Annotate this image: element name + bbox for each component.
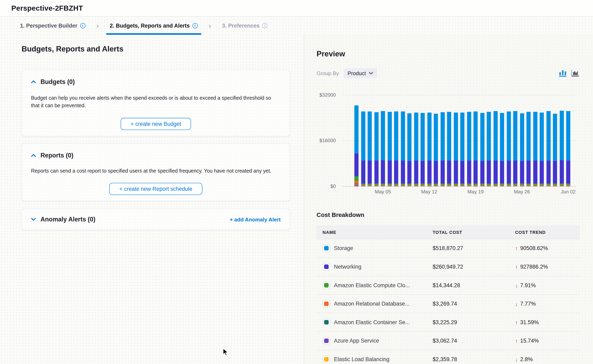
chart-bar[interactable]: [401, 111, 405, 186]
app-root: Perspective-2FBZHT 1. Perspective Builde…: [0, 0, 593, 364]
chart-bar[interactable]: [493, 111, 498, 186]
reports-card-header[interactable]: Reports (0): [31, 152, 281, 159]
chart-bar[interactable]: [440, 112, 445, 186]
tab-preferences[interactable]: 3. Preferences i: [219, 17, 271, 35]
preview-title: Preview: [317, 49, 580, 58]
chart-bar[interactable]: [368, 111, 372, 186]
chart-bar[interactable]: [560, 111, 564, 186]
bar-segment: [546, 160, 550, 183]
bar-segment: [566, 111, 570, 160]
chart-bar[interactable]: [421, 113, 425, 186]
create-report-schedule-button[interactable]: + create new Report schedule: [109, 183, 202, 195]
add-anomaly-alert-link[interactable]: + add Anomaly Alert: [230, 216, 280, 222]
bar-chart-icon[interactable]: [559, 70, 567, 77]
trend-percent: 927886.2%: [520, 264, 548, 270]
table-row: Amazon Relational Database...$3,269.74↓7…: [317, 295, 580, 313]
row-total-cost: $518,870.27: [426, 245, 509, 251]
bar-segment: [460, 161, 464, 183]
budgets-card-header[interactable]: Budgets (0): [31, 78, 281, 85]
chart-bar[interactable]: [500, 113, 504, 186]
area-chart-icon[interactable]: [572, 70, 579, 77]
bar-segment: [374, 112, 378, 161]
chart-bar[interactable]: [361, 111, 365, 186]
row-cost-trend: ↓7.77%: [509, 300, 580, 307]
bar-segment: [421, 161, 425, 183]
chart-bar[interactable]: [553, 114, 557, 186]
bar-segment: [447, 112, 451, 161]
chart-bar[interactable]: [540, 113, 544, 186]
bar-segment: [401, 111, 405, 161]
chart-bar[interactable]: [460, 113, 464, 186]
chart-bar[interactable]: [387, 112, 392, 186]
row-cost-trend: ↓7.91%: [509, 282, 580, 288]
chart-bar[interactable]: [427, 113, 431, 186]
series-color-chip: [323, 355, 330, 363]
table-row: Networking$260,949.72↑927886.2%: [317, 258, 580, 276]
chart-bar[interactable]: [506, 111, 511, 186]
chart-bar[interactable]: [414, 113, 418, 186]
row-cost-trend: ↑927886.2%: [509, 264, 580, 270]
chart-bar[interactable]: [374, 112, 378, 186]
chart-bar[interactable]: [381, 111, 385, 186]
bar-segment: [487, 161, 491, 184]
budgets-description: Budget can help you receive alerts when …: [31, 94, 281, 110]
chart-bar[interactable]: [513, 111, 517, 186]
column-header-name: NAME: [317, 230, 426, 234]
chevron-down-icon: [31, 218, 36, 221]
bar-segment: [467, 112, 471, 161]
chart-bar[interactable]: [467, 112, 471, 186]
chart-bar[interactable]: [533, 112, 537, 186]
bar-segment: [460, 113, 464, 161]
tab-label: 2. Budgets, Reports and Alerts: [110, 23, 190, 29]
x-axis-tick-label: May 26: [514, 189, 530, 195]
trend-down-arrow-icon: ↓: [515, 282, 518, 288]
series-color-chip: [323, 318, 330, 326]
row-total-cost: $14,344.28: [426, 282, 509, 288]
group-by-label: Group By: [317, 70, 339, 76]
table-row: Amazon Elastic Compute Clo...$14,344.28↓…: [317, 276, 580, 295]
bar-segment: [440, 112, 445, 161]
chart-bar[interactable]: [407, 113, 411, 186]
tab-perspective-builder[interactable]: 1. Perspective Builder i: [17, 17, 88, 35]
row-name: Storage: [334, 245, 353, 251]
chart-bar[interactable]: [447, 112, 451, 186]
chart-bar[interactable]: [453, 112, 458, 186]
info-icon[interactable]: i: [193, 23, 198, 28]
bar-segment: [447, 161, 451, 184]
cost-breakdown-title: Cost Breakdown: [317, 212, 580, 218]
trend-up-arrow-icon: ↑: [515, 338, 518, 344]
series-color-chip: [323, 337, 330, 344]
chevron-right-icon: ›: [201, 17, 219, 35]
chart-bar[interactable]: [473, 111, 478, 186]
tab-budgets-reports-alerts[interactable]: 2. Budgets, Reports and Alerts i: [106, 17, 201, 35]
x-tick-mark: [383, 186, 383, 188]
bar-segment: [381, 111, 385, 160]
bar-segment: [374, 161, 378, 184]
chart-bar[interactable]: [434, 114, 438, 186]
budgets-reports-alerts-panel: Budgets, Reports and Alerts Budgets (0) …: [0, 35, 304, 364]
group-by-dropdown[interactable]: Product: [344, 68, 377, 78]
x-axis-tick-label: Jun 02: [561, 189, 576, 195]
row-name: Amazon Elastic Container Se...: [334, 319, 410, 325]
row-cost-trend: ↑15.74%: [509, 338, 580, 344]
info-icon[interactable]: i: [262, 23, 267, 28]
bar-segment: [427, 113, 431, 161]
chart-bar[interactable]: [394, 111, 398, 186]
anomaly-card-header[interactable]: Anomaly Alerts (0): [31, 216, 95, 223]
chart-bar[interactable]: [480, 113, 484, 186]
info-icon[interactable]: i: [80, 23, 85, 28]
create-budget-button[interactable]: + create new Budget: [121, 118, 191, 130]
bar-segment: [401, 161, 405, 184]
row-name: Azure App Service: [334, 338, 379, 344]
chart-bar[interactable]: [526, 112, 531, 186]
chart-bar[interactable]: [520, 113, 524, 186]
chart-bar[interactable]: [487, 112, 491, 186]
bar-segment: [500, 161, 504, 183]
chevron-up-icon: [31, 80, 36, 84]
chart-bar[interactable]: [546, 111, 550, 186]
preview-panel: Preview Group By Product: [304, 35, 593, 364]
table-header-row: NAME TOTAL COST COST TREND: [317, 226, 580, 239]
bar-segment: [421, 113, 425, 161]
chart-bar[interactable]: [566, 111, 570, 186]
chart-bar[interactable]: [354, 105, 359, 186]
